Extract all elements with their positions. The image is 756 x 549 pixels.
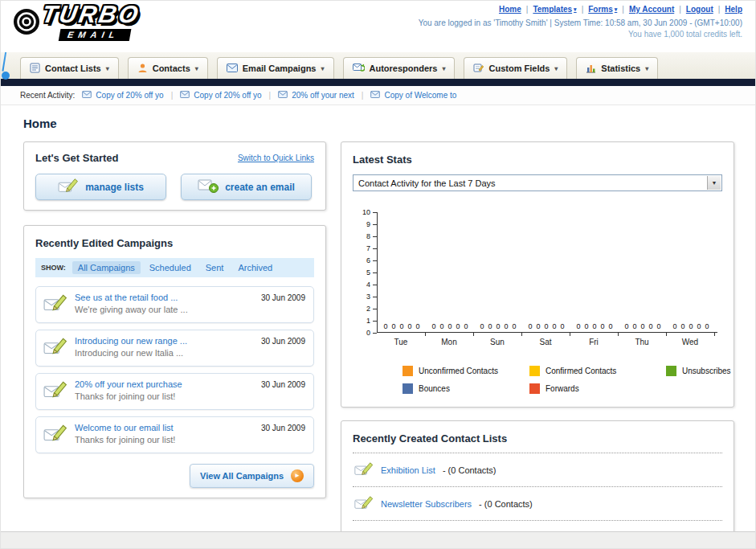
separator <box>269 91 272 100</box>
legend-swatch <box>529 366 540 376</box>
contact-activity-chart: 012345678910 000000000000000000000000000… <box>356 212 722 346</box>
chevron-down-icon: ▾ <box>615 6 618 13</box>
view-all-campaigns-button[interactable]: View All Campaigns ► <box>190 464 314 488</box>
campaign-list-item[interactable]: 20% off your next purchase Thanks for jo… <box>35 373 314 410</box>
filter-scheduled[interactable]: Scheduled <box>144 261 197 274</box>
envelope-icon <box>180 91 190 100</box>
filter-archived[interactable]: Archived <box>232 261 278 274</box>
top-link-my-account[interactable]: My Account <box>629 5 674 14</box>
legend-item: Confirmed Contacts <box>529 366 666 376</box>
tab-label: Custom Fields <box>488 64 550 73</box>
top-link-templates[interactable]: Templates▾ <box>533 5 576 14</box>
tab-autoresponders[interactable]: Autoresponders ▾ <box>343 57 456 79</box>
separator <box>679 5 681 14</box>
top-link-home[interactable]: Home <box>499 5 521 14</box>
y-axis-label: 0 <box>366 329 370 337</box>
top-nav: Home Templates▾ Forms▾ My Account Logout… <box>419 5 742 14</box>
tab-contact-lists[interactable]: Contact Lists ▾ <box>20 57 119 79</box>
recently-created-contact-lists-panel: Recently Created Contact Lists Exhibitio… <box>341 420 734 549</box>
recent-activity-item[interactable]: 20% off your next <box>278 91 354 100</box>
create-email-button[interactable]: create an email <box>181 174 312 200</box>
chevron-down-icon: ▾ <box>321 65 324 72</box>
bar-value-label: 0 <box>672 322 676 330</box>
tab-email-campaigns[interactable]: Email Campaigns ▾ <box>217 57 334 79</box>
bar-value-label: 0 <box>456 322 460 330</box>
separator <box>171 91 174 100</box>
chart-bar-group: 00000 <box>667 322 715 332</box>
filter-all-campaigns[interactable]: All Campaigns <box>72 261 141 274</box>
chart-bar-group: 00000 <box>474 322 522 332</box>
campaign-subtitle: Thanks for joining our list! <box>75 435 175 445</box>
separator <box>622 5 624 14</box>
y-axis-label: 5 <box>366 268 370 277</box>
filter-sent[interactable]: Sent <box>200 261 230 274</box>
pencil-envelope-icon <box>43 293 67 317</box>
blue-dot-decoration-left <box>2 72 10 80</box>
x-axis-label: Wed <box>666 338 714 346</box>
tab-custom-fields[interactable]: Custom Fields ▾ <box>464 57 567 79</box>
campaign-date: 30 Jun 2009 <box>261 424 305 432</box>
y-axis-label: 8 <box>366 232 370 240</box>
campaign-title-link[interactable]: 20% off your next purchase <box>75 379 182 389</box>
y-axis-label: 3 <box>366 293 370 301</box>
campaign-list-item[interactable]: See us at the retail food ... We're givi… <box>35 286 314 323</box>
contact-list-name-link[interactable]: Exhibition List <box>381 465 435 475</box>
select-value: Contact Activity for the Last 7 Days <box>358 178 496 188</box>
recent-activity-item[interactable]: Copy of 20% off yo <box>180 91 261 100</box>
recent-activity-item[interactable]: Copy of 20% off yo <box>82 91 163 100</box>
header: TURBO EMAIL Home Templates▾ Forms▾ My Ac… <box>1 1 755 52</box>
chart-bar-group: 00000 <box>522 322 570 332</box>
logo[interactable]: TURBO EMAIL <box>12 2 139 41</box>
chart-plot: 00000000000000000000000000000000000 <box>377 212 717 333</box>
contact-list-item[interactable]: Newsletter Subscribers - (0 Contacts) <box>353 487 722 521</box>
chart-y-axis: 012345678910 <box>356 212 377 333</box>
campaigns-title: Recently Edited Campaigns <box>35 237 173 249</box>
contact-list-name-link[interactable]: Newsletter Subscribers <box>381 499 472 509</box>
bar-value-label: 0 <box>416 322 420 330</box>
chevron-down-icon: ▾ <box>554 65 558 72</box>
chevron-down-icon: ▾ <box>442 65 445 72</box>
campaign-title-link[interactable]: Welcome to our email list <box>75 423 175 432</box>
main-content: Home Let's Get Started Switch to Quick L… <box>1 105 755 549</box>
campaign-list-item[interactable]: Introducing our new range ... Introducin… <box>35 330 314 367</box>
campaign-list-item[interactable]: Welcome to our email list Thanks for joi… <box>35 416 314 453</box>
legend-label: Forwards <box>546 384 579 393</box>
bar-value-label: 0 <box>439 322 443 330</box>
tab-label: Email Campaigns <box>243 64 317 73</box>
tab-label: Contact Lists <box>45 64 101 73</box>
legend-swatch <box>666 366 676 376</box>
legend-item: Unsubscribes <box>666 366 731 376</box>
top-link-help[interactable]: Help <box>725 5 742 14</box>
recent-activity-item[interactable]: Copy of Welcome to <box>370 91 456 100</box>
contact-activity-select[interactable]: Contact Activity for the Last 7 Days ▼ <box>353 174 722 191</box>
pencil-envelope-icon <box>43 423 67 447</box>
pencil-envelope-icon <box>354 461 374 479</box>
tab-statistics[interactable]: Statistics ▾ <box>576 57 658 79</box>
tab-label: Autoresponders <box>370 64 438 73</box>
logo-turbo-text: TURBO <box>40 2 142 27</box>
page-title: Home <box>23 117 733 130</box>
bar-value-label: 0 <box>496 322 500 330</box>
y-axis-label: 9 <box>366 220 370 228</box>
contact-list-detail: - (0 Contacts) <box>443 465 497 475</box>
top-link-logout[interactable]: Logout <box>686 5 713 14</box>
legend-swatch <box>529 383 540 394</box>
campaign-title-link[interactable]: Introducing our new range ... <box>75 336 187 346</box>
switch-quick-links-link[interactable]: Switch to Quick Links <box>238 154 314 162</box>
bar-value-label: 0 <box>584 322 588 330</box>
chevron-down-icon: ▾ <box>106 65 109 72</box>
envelope-icon <box>227 64 238 74</box>
campaign-date: 30 Jun 2009 <box>261 293 305 302</box>
bar-value-label: 0 <box>391 322 395 330</box>
y-axis-label: 2 <box>366 305 370 313</box>
chart-bar-group: 00000 <box>426 322 474 332</box>
select-arrow-icon: ▼ <box>707 176 721 190</box>
chevron-down-icon: ▾ <box>195 65 198 72</box>
top-link-forms[interactable]: Forms▾ <box>588 5 617 14</box>
manage-lists-button[interactable]: manage lists <box>35 174 166 200</box>
contact-list-item[interactable]: Exhibition List - (0 Contacts) <box>353 453 722 487</box>
form-pencil-icon <box>473 63 484 75</box>
campaign-title-link[interactable]: See us at the retail food ... <box>75 293 188 302</box>
login-info: You are logged in as 'Timothy Smith' | S… <box>419 18 742 27</box>
tab-contacts[interactable]: Contacts ▾ <box>128 57 208 79</box>
